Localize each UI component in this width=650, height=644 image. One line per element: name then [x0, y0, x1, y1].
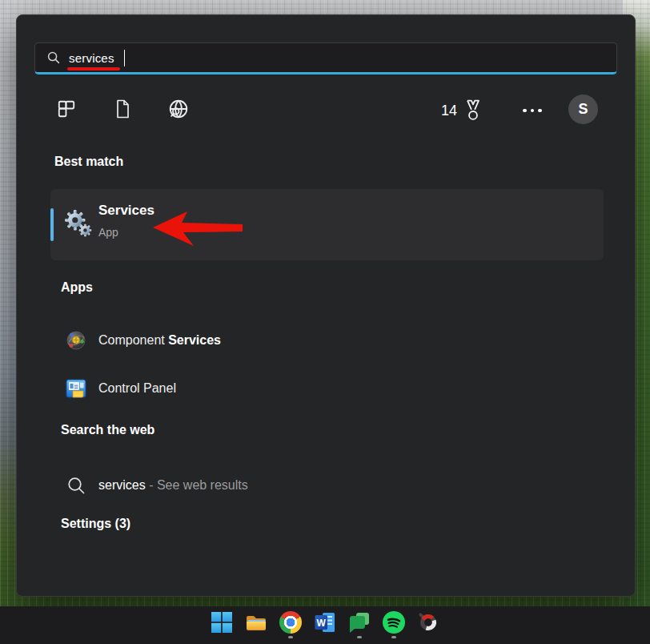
search-query-text: services — [69, 51, 114, 65]
apps-heading: Apps — [61, 280, 93, 295]
svg-text:W: W — [317, 618, 327, 629]
search-filter-row — [54, 95, 191, 123]
windows-logo-icon — [211, 611, 233, 634]
result-web-search[interactable]: services - See web results — [50, 469, 604, 502]
documents-filter-icon[interactable] — [110, 95, 135, 123]
apps-filter-icon[interactable] — [54, 95, 79, 123]
ellipsis-icon — [523, 109, 527, 113]
search-icon — [67, 477, 86, 495]
best-match-heading: Best match — [54, 155, 123, 169]
taskbar: W — [0, 606, 650, 644]
result-label: Control Panel — [98, 381, 176, 396]
spotify-icon — [383, 611, 405, 634]
search-web-heading: Search the web — [61, 423, 154, 437]
web-query: services - See web results — [98, 478, 248, 493]
search-input[interactable]: services — [34, 42, 617, 74]
rewards-count: 14 — [441, 103, 457, 119]
taskbar-file-explorer[interactable] — [245, 611, 267, 643]
best-match-result[interactable]: Services App — [50, 189, 604, 260]
search-icon — [47, 51, 60, 64]
result-control-panel[interactable]: Control Panel — [50, 371, 604, 406]
text-caret — [124, 50, 126, 66]
rewards-medal-icon — [463, 99, 483, 122]
chrome-icon — [279, 611, 302, 634]
running-indicator — [391, 636, 396, 638]
more-options-button[interactable] — [515, 97, 550, 124]
google-chat-icon — [348, 611, 371, 634]
word-icon: W — [314, 611, 336, 634]
result-component-services[interactable]: Component Services — [50, 323, 604, 358]
services-gears-icon — [63, 208, 94, 239]
taskbar-ring-app[interactable] — [417, 611, 439, 643]
screen: services — [0, 0, 650, 644]
taskbar-chrome[interactable] — [279, 611, 302, 643]
taskbar-spotify[interactable] — [383, 611, 405, 643]
best-match-title: Services — [98, 203, 154, 219]
rewards-button[interactable]: 14 — [441, 97, 483, 124]
account-avatar[interactable]: S — [568, 95, 598, 124]
settings-heading: Settings (3) — [61, 517, 130, 531]
selection-accent-bar — [50, 208, 54, 241]
web-hint: - See web results — [146, 478, 248, 492]
taskbar-start-button[interactable] — [211, 611, 233, 643]
taskbar-word[interactable]: W — [314, 611, 336, 643]
annotation-underline — [67, 67, 120, 70]
search-panel: services — [16, 14, 636, 597]
result-label: Component Services — [98, 333, 221, 348]
avatar-initial: S — [578, 101, 588, 118]
running-indicator — [357, 636, 362, 638]
file-explorer-icon — [245, 611, 267, 634]
control-panel-icon — [65, 377, 87, 400]
web-filter-icon[interactable] — [166, 95, 191, 123]
best-match-subtitle: App — [98, 226, 118, 239]
running-indicator — [288, 636, 293, 638]
annotation-arrow — [153, 211, 244, 247]
taskbar-google-chat[interactable] — [348, 611, 371, 643]
component-services-icon — [65, 329, 87, 352]
ring-app-icon — [417, 611, 439, 634]
